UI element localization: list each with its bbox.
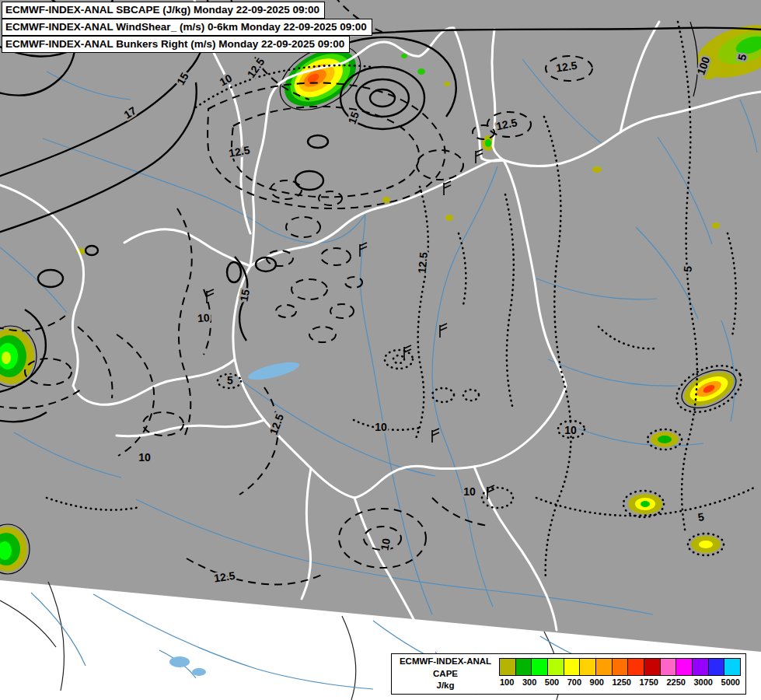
legend-color-cell [548,659,564,675]
legend-tick-label: 5000 [721,677,740,687]
cape-blob-small-1 [651,432,679,447]
contour-label: 12.5 [416,251,430,274]
legend-color-cell [644,659,661,675]
legend-color-cell [661,659,677,675]
weather-map: 17151012.512.51512.512.5510012.51510512.… [0,0,761,700]
legend-colorbar [499,658,741,676]
legend-tick-label: 700 [567,677,581,687]
legend-tick-label: 500 [545,677,559,687]
model-domain [0,0,761,652]
contour-label: 10 [375,421,387,433]
contour-label: 5 [227,374,233,387]
contour-label: 15 [237,289,251,303]
legend-tick-label: 100 [500,677,514,687]
cape-legend: ECMWF-INDEX-ANAL CAPE J/kg 1003005007009… [391,653,746,695]
legend-color-cell [613,659,629,675]
contour-label: 10 [138,451,151,464]
legend-color-cell [628,659,644,675]
legend-tick-label: 2250 [666,677,685,687]
legend-colorbar-wrap: 10030050070090012501750225030005000 [499,654,745,694]
legend-model-label: ECMWF-INDEX-ANAL [400,656,491,668]
legend-tick-label: 300 [522,677,536,687]
legend-text: ECMWF-INDEX-ANAL CAPE J/kg [392,654,499,694]
legend-color-cell [580,659,596,675]
contour-label: 10 [197,311,210,324]
legend-color-cell [516,659,532,675]
legend-color-cell [564,659,581,675]
legend-tick-label: 900 [590,677,604,687]
legend-tick-label: 1750 [639,677,658,687]
legend-tick-label: 1250 [612,677,630,687]
legend-color-cell [596,659,613,675]
legend-color-cell [709,659,725,675]
legend-tick-labels: 10030050070090012501750225030005000 [499,677,741,687]
contour-label: 10 [564,424,577,436]
cape-blob-small-2 [628,494,662,514]
weather-map-app: 17151012.512.51512.512.5510012.51510512.… [0,0,761,700]
title-sbcape: ECMWF-INDEX-ANAL SBCAPE (J/kg) Monday 22… [2,2,325,19]
legend-color-cell [724,659,740,675]
legend-color-cell [532,659,548,675]
title-bunkers: ECMWF-INDEX-ANAL Bunkers Right (m/s) Mon… [2,36,350,53]
legend-tick-label: 3000 [694,677,713,687]
legend-parameter-label: CAPE [433,668,458,681]
contour-label: 10 [463,485,476,498]
legend-color-cell [693,659,709,675]
cape-blob-small-3 [691,536,721,553]
contour-label: 10 [378,537,392,551]
legend-unit-label: J/kg [436,680,454,692]
legend-color-cell [500,659,516,675]
legend-color-cell [676,659,693,675]
contour-label: 5 [681,265,694,272]
title-windshear: ECMWF-INDEX-ANAL WindShear_ (m/s) 0-6km … [2,19,372,36]
